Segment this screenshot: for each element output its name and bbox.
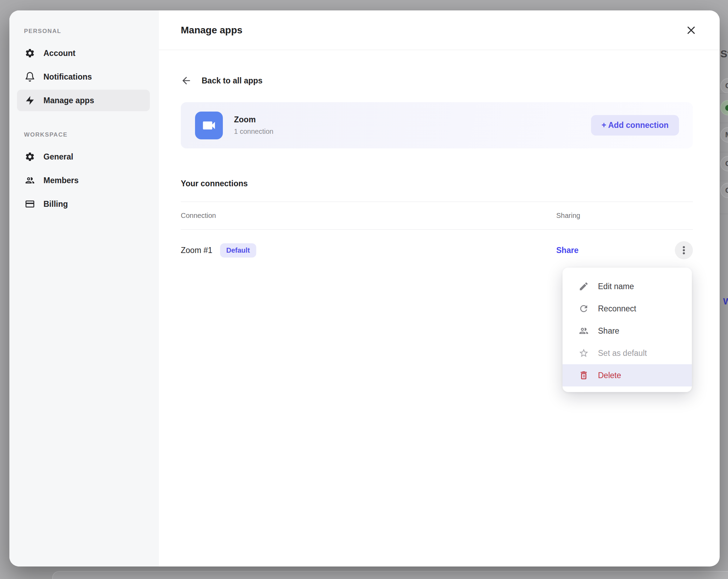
background-status-pill: C bbox=[720, 156, 728, 171]
pill-text: C bbox=[725, 186, 728, 195]
background-status-pill: M bbox=[720, 127, 728, 142]
sidebar-item-billing[interactable]: Billing bbox=[17, 193, 150, 215]
back-to-all-apps-link[interactable]: Back to all apps bbox=[181, 75, 262, 86]
background-status-pill: C bbox=[720, 78, 728, 93]
credit-card-icon bbox=[25, 199, 35, 209]
modal-header: Manage apps bbox=[159, 10, 720, 50]
page-title: Manage apps bbox=[181, 25, 242, 36]
sidebar-item-label: Members bbox=[43, 176, 79, 185]
people-icon bbox=[25, 175, 35, 186]
sidebar-item-general[interactable]: General bbox=[17, 146, 150, 168]
zoom-app-logo bbox=[195, 112, 223, 139]
menu-item-label: Delete bbox=[598, 371, 621, 380]
sidebar-item-label: Billing bbox=[43, 199, 68, 209]
menu-item-label: Edit name bbox=[598, 282, 634, 291]
default-badge: Default bbox=[220, 243, 256, 258]
add-connection-button[interactable]: + Add connection bbox=[591, 115, 679, 136]
menu-item-reconnect[interactable]: Reconnect bbox=[563, 297, 692, 320]
sidebar-item-label: Manage apps bbox=[43, 96, 94, 105]
close-icon bbox=[685, 24, 697, 36]
gear-icon bbox=[25, 48, 35, 58]
background-row-divider bbox=[720, 214, 728, 214]
lightning-icon bbox=[25, 95, 35, 106]
refresh-icon bbox=[579, 303, 589, 314]
connection-row: Zoom #1 Default Share bbox=[181, 230, 693, 271]
background-partial-column-header: St bbox=[720, 48, 728, 60]
menu-item-label: Set as default bbox=[598, 349, 647, 358]
sidebar-section-personal: PERSONAL bbox=[9, 28, 159, 35]
sidebar-item-label: Notifications bbox=[43, 72, 92, 82]
row-context-menu: Edit name Reconnect Share Set as default… bbox=[563, 268, 692, 392]
background-row-divider bbox=[720, 152, 728, 152]
pill-text: C bbox=[725, 159, 728, 168]
pill-text: M bbox=[725, 130, 728, 139]
your-connections-heading: Your connections bbox=[181, 179, 693, 188]
column-header-sharing: Sharing bbox=[556, 212, 693, 220]
background-status-pill bbox=[720, 100, 728, 115]
sidebar-item-manage-apps[interactable]: Manage apps bbox=[17, 90, 150, 111]
menu-item-set-as-default: Set as default bbox=[563, 342, 692, 364]
arrow-left-icon bbox=[181, 75, 192, 86]
app-connection-count: 1 connection bbox=[234, 128, 273, 136]
menu-item-delete[interactable]: Delete bbox=[563, 364, 692, 386]
background-status-pill: C bbox=[720, 183, 728, 198]
background-card-edge bbox=[52, 571, 728, 579]
sidebar-item-label: Account bbox=[43, 49, 75, 58]
status-dot-icon bbox=[725, 105, 728, 111]
sidebar-item-notifications[interactable]: Notifications bbox=[17, 66, 150, 88]
pill-text: C bbox=[725, 81, 728, 90]
menu-item-edit-name[interactable]: Edit name bbox=[563, 275, 692, 297]
star-icon bbox=[579, 348, 589, 358]
settings-sidebar: PERSONAL Account Notifications Manage ap… bbox=[9, 10, 159, 566]
people-icon bbox=[579, 326, 589, 336]
bell-icon bbox=[25, 72, 35, 82]
background-row-divider bbox=[720, 93, 728, 93]
sidebar-item-account[interactable]: Account bbox=[17, 42, 150, 64]
sharing-cell: Share bbox=[556, 241, 693, 259]
connections-table-header: Connection Sharing bbox=[181, 202, 693, 230]
row-more-options-button[interactable] bbox=[675, 241, 693, 259]
settings-modal: PERSONAL Account Notifications Manage ap… bbox=[9, 10, 720, 566]
pencil-icon bbox=[579, 281, 589, 292]
back-label: Back to all apps bbox=[202, 76, 262, 85]
column-header-connection: Connection bbox=[181, 212, 556, 220]
trash-icon bbox=[579, 370, 589, 381]
menu-item-label: Share bbox=[598, 326, 619, 336]
sidebar-item-members[interactable]: Members bbox=[17, 170, 150, 191]
app-name: Zoom bbox=[234, 115, 273, 124]
share-link[interactable]: Share bbox=[556, 246, 579, 255]
sidebar-item-label: General bbox=[43, 152, 73, 162]
gear-icon bbox=[25, 152, 35, 162]
background-row-divider bbox=[720, 123, 728, 123]
sidebar-section-workspace: WORKSPACE bbox=[9, 131, 159, 138]
background-row-divider bbox=[720, 181, 728, 181]
menu-item-share[interactable]: Share bbox=[563, 320, 692, 342]
connection-cell: Zoom #1 Default bbox=[181, 243, 556, 258]
background-partial-link: W bbox=[723, 296, 728, 307]
zoom-video-icon bbox=[201, 117, 217, 133]
app-card-zoom: Zoom 1 connection + Add connection bbox=[181, 102, 693, 148]
connection-name: Zoom #1 bbox=[181, 246, 212, 255]
menu-item-label: Reconnect bbox=[598, 304, 636, 313]
close-button[interactable] bbox=[684, 23, 698, 37]
app-meta: Zoom 1 connection bbox=[234, 115, 273, 136]
kebab-menu-icon bbox=[679, 245, 689, 255]
